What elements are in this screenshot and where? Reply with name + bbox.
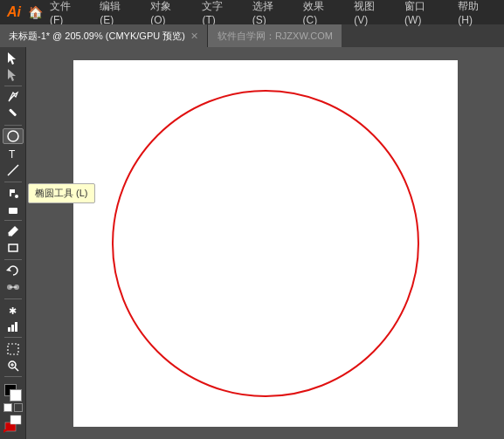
ellipse-tool[interactable] [3, 128, 24, 144]
menu-item[interactable]: 对象(O) [147, 0, 190, 28]
symbol-tool[interactable]: ✱ [3, 302, 24, 317]
svg-rect-9 [9, 244, 17, 251]
svg-rect-2 [9, 109, 17, 117]
svg-text:✱: ✱ [9, 305, 17, 316]
fill-stroke-indicator[interactable] [4, 384, 22, 401]
menu-bar: 文件(F)编辑(E)对象(O)文字(T)选择(S)效果(C)视图(V)窗口(W)… [46, 0, 497, 28]
canvas-area[interactable] [26, 47, 504, 439]
eyedropper-tool[interactable] [3, 224, 24, 239]
svg-rect-17 [15, 322, 17, 332]
menu-item[interactable]: 效果(C) [300, 0, 342, 28]
svg-rect-7 [9, 208, 17, 214]
blend-tool[interactable] [3, 280, 24, 295]
graph-tool[interactable] [3, 319, 24, 333]
home-icon[interactable]: 🏠 [28, 5, 43, 19]
rotate-tool[interactable] [3, 264, 24, 278]
tab-active[interactable]: 未标题-1* @ 205.09% (CMYK/GPU 预览) ✕ [0, 24, 208, 47]
tool-separator-3 [4, 182, 22, 182]
tool-separator-2 [4, 125, 22, 126]
svg-marker-10 [6, 268, 11, 271]
svg-point-8 [8, 234, 10, 237]
tab-label-secondary: 软件自学网：RJZXW.COM [217, 30, 333, 43]
svg-line-20 [15, 367, 18, 371]
line-tool[interactable] [3, 162, 24, 177]
left-toolbar: 椭圆工具 (L) T [0, 47, 26, 439]
type-tool[interactable]: T [3, 146, 24, 161]
svg-point-26 [113, 91, 418, 396]
svg-rect-16 [11, 325, 14, 332]
tool-separator-4 [4, 220, 22, 221]
rectangle-tool[interactable] [3, 241, 24, 256]
svg-rect-24 [10, 415, 21, 424]
direct-selection-tool[interactable] [3, 67, 24, 82]
selection-tool[interactable] [3, 51, 24, 65]
circle-shape [73, 60, 458, 427]
svg-marker-1 [8, 69, 16, 81]
menu-item[interactable]: 视图(V) [350, 0, 392, 28]
svg-text:T: T [9, 148, 16, 161]
artboard-tool[interactable] [3, 341, 24, 356]
paintbucket-tool[interactable] [3, 185, 24, 200]
svg-point-6 [15, 195, 18, 198]
zoom-tool[interactable] [3, 358, 24, 373]
menu-item[interactable]: 选择(S) [249, 0, 291, 28]
menu-item[interactable]: 编辑(E) [96, 0, 138, 28]
menu-item[interactable]: 帮助(H) [454, 0, 497, 28]
svg-line-5 [8, 165, 18, 175]
ai-logo: Ai [7, 4, 21, 20]
tool-separator-5 [4, 259, 22, 260]
title-bar: Ai 🏠 文件(F)编辑(E)对象(O)文字(T)选择(S)效果(C)视图(V)… [0, 0, 504, 24]
menu-item[interactable]: 文字(T) [198, 0, 239, 28]
tool-separator-8 [4, 376, 22, 377]
main-area: 椭圆工具 (L) T [0, 47, 504, 439]
pencil-tool[interactable] [3, 106, 24, 121]
svg-point-3 [8, 131, 18, 141]
tool-separator-7 [4, 337, 22, 338]
color-mode-buttons[interactable] [3, 403, 23, 412]
tool-separator-1 [4, 86, 22, 86]
tab-secondary[interactable]: 软件自学网：RJZXW.COM [208, 24, 342, 47]
menu-item[interactable]: 文件(F) [46, 0, 87, 28]
tab-close-button[interactable]: ✕ [190, 31, 198, 42]
svg-marker-0 [8, 52, 16, 65]
pen-tool[interactable] [3, 90, 24, 105]
tool-separator-6 [4, 298, 22, 299]
canvas-document [73, 60, 458, 427]
tab-bar: 未标题-1* @ 205.09% (CMYK/GPU 预览) ✕ 软件自学网：R… [0, 24, 504, 47]
tab-label-active: 未标题-1* @ 205.09% (CMYK/GPU 预览) [9, 30, 185, 43]
menu-item[interactable]: 窗口(W) [401, 0, 445, 28]
eraser-tool[interactable] [3, 202, 24, 216]
clip-indicator[interactable] [3, 414, 23, 436]
svg-rect-18 [8, 344, 18, 354]
svg-rect-15 [8, 327, 10, 332]
